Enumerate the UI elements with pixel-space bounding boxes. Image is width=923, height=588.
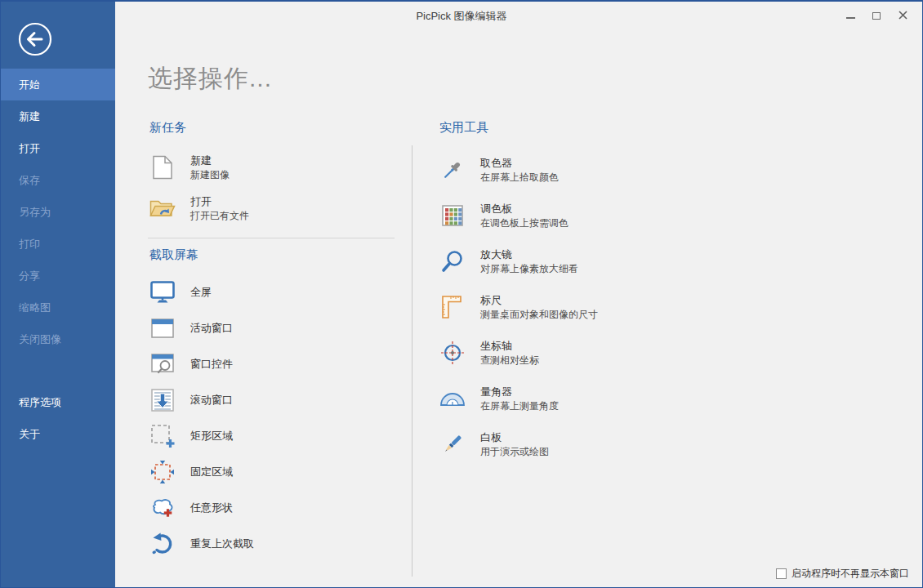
tool-title: 坐标轴 (480, 340, 539, 353)
capture-item-repeat-last[interactable]: 重复上次截取 (148, 526, 397, 562)
titlebar (115, 2, 922, 29)
tool-title: 取色器 (480, 157, 559, 170)
whiteboard-icon (438, 432, 467, 457)
tool-title: 标尺 (480, 294, 598, 307)
capture-item-fullscreen[interactable]: 全屏 (148, 274, 397, 310)
sidebar: 开始 新建 打开 保存 另存为 打印 分享 缩略图 关闭图像 程序选项 关于 (1, 2, 115, 587)
page-title: 选择操作... (148, 62, 272, 96)
column-divider (412, 145, 412, 577)
capture-item-label: 矩形区域 (190, 429, 233, 443)
back-arrow-icon (17, 46, 53, 60)
capture-item-label: 重复上次截取 (190, 537, 254, 551)
new-task-item-new[interactable]: 新建 新建图像 (148, 147, 397, 188)
sidebar-item-open[interactable]: 打开 (1, 132, 115, 164)
ruler-icon (438, 295, 467, 319)
repeat-capture-icon (148, 532, 177, 555)
tool-subtitle: 在屏幕上拾取颜色 (480, 172, 559, 184)
magnifier-icon (438, 250, 467, 273)
capture-item-label: 固定区域 (190, 465, 233, 479)
dont-show-checkbox[interactable] (776, 568, 787, 579)
new-task-item-open[interactable]: 打开 打开已有文件 (148, 188, 397, 229)
tool-subtitle: 用于演示或绘图 (480, 446, 549, 458)
tool-title: 放大镜 (480, 248, 578, 261)
sidebar-item-print: 打印 (1, 228, 115, 260)
section-separator (148, 238, 395, 238)
sidebar-item-share: 分享 (1, 260, 115, 292)
active-window-icon (148, 318, 177, 338)
tool-item-protractor[interactable]: 量角器 在屏幕上测量角度 (438, 376, 748, 421)
sidebar-item-save-as: 另存为 (1, 196, 115, 228)
tool-subtitle: 对屏幕上像素放大细看 (480, 263, 578, 275)
tool-subtitle: 查测相对坐标 (480, 354, 539, 367)
tool-item-crosshair[interactable]: 坐标轴 查测相对坐标 (438, 330, 748, 376)
window-control-icon (148, 354, 177, 375)
minimize-button[interactable] (837, 6, 863, 25)
color-picker-icon (438, 158, 467, 182)
tool-item-color-palette[interactable]: 调色板 在调色板上按需调色 (438, 193, 748, 238)
tool-item-whiteboard[interactable]: 白板 用于演示或绘图 (438, 421, 748, 467)
new-image-icon (148, 155, 177, 180)
capture-item-active-window[interactable]: 活动窗口 (148, 310, 397, 346)
capture-item-label: 窗口控件 (190, 357, 233, 372)
sidebar-item-thumbnail: 缩略图 (1, 292, 115, 323)
sidebar-nav: 开始 新建 打开 保存 另存为 打印 分享 缩略图 关闭图像 (1, 69, 115, 355)
back-button[interactable] (17, 21, 53, 57)
item-title: 新建 (190, 154, 230, 167)
freehand-icon (148, 497, 177, 519)
sidebar-bottom-nav: 程序选项 关于 (1, 386, 115, 450)
sidebar-item-save: 保存 (1, 164, 115, 196)
section-title-capture: 截取屏幕 (149, 247, 397, 263)
sidebar-item-about[interactable]: 关于 (1, 418, 115, 450)
capture-item-label: 全屏 (190, 285, 212, 300)
sidebar-item-options[interactable]: 程序选项 (1, 386, 115, 418)
item-title: 打开 (190, 195, 249, 208)
maximize-button[interactable] (863, 6, 890, 25)
capture-item-fixed-region[interactable]: 固定区域 (148, 454, 397, 490)
close-button[interactable] (890, 6, 916, 25)
tool-title: 量角器 (480, 385, 559, 399)
minimize-icon (846, 17, 855, 19)
color-palette-icon (438, 205, 467, 226)
capture-item-scrolling-window[interactable]: 滚动窗口 (148, 382, 397, 418)
capture-item-label: 滚动窗口 (190, 393, 233, 408)
sidebar-item-close-image: 关闭图像 (1, 323, 115, 355)
rectangle-region-icon (148, 424, 177, 448)
startup-option[interactable]: 启动程序时不再显示本窗口 (776, 567, 909, 581)
open-file-icon (148, 198, 177, 219)
left-column: 新任务 新建 新建图像 (148, 119, 397, 562)
section-title-new-task: 新任务 (149, 119, 397, 136)
section-title-tools: 实用工具 (439, 119, 748, 136)
tool-item-color-picker[interactable]: 取色器 在屏幕上拾取颜色 (438, 147, 748, 193)
tool-item-magnifier[interactable]: 放大镜 对屏幕上像素放大细看 (438, 238, 748, 284)
dont-show-label[interactable]: 启动程序时不再显示本窗口 (791, 567, 909, 581)
right-column: 实用工具 取色器 在屏幕上拾取颜色 (438, 119, 748, 467)
tool-title: 白板 (480, 431, 549, 444)
picpick-window: 开始 新建 打开 保存 另存为 打印 分享 缩略图 关闭图像 程序选项 关于 P… (0, 0, 923, 588)
protractor-icon (438, 391, 467, 407)
tool-item-ruler[interactable]: 标尺 测量桌面对象和图像的尺寸 (438, 284, 748, 330)
capture-item-rectangle-region[interactable]: 矩形区域 (148, 418, 397, 454)
capture-item-label: 任意形状 (190, 501, 233, 515)
scrolling-window-icon (148, 389, 177, 412)
capture-item-freehand[interactable]: 任意形状 (148, 490, 397, 526)
crosshair-icon (438, 341, 467, 365)
item-subtitle: 打开已有文件 (190, 210, 249, 222)
item-subtitle: 新建图像 (190, 169, 230, 181)
close-icon (898, 8, 907, 23)
tool-title: 调色板 (480, 203, 569, 216)
sidebar-item-start[interactable]: 开始 (1, 69, 115, 100)
capture-item-label: 活动窗口 (190, 321, 233, 336)
tool-subtitle: 测量桌面对象和图像的尺寸 (480, 309, 598, 321)
fixed-region-icon (148, 460, 177, 484)
maximize-icon (872, 12, 881, 20)
tool-subtitle: 在屏幕上测量角度 (480, 400, 559, 412)
sidebar-item-new[interactable]: 新建 (1, 100, 115, 132)
capture-item-window-control[interactable]: 窗口控件 (148, 346, 397, 382)
fullscreen-icon (148, 281, 177, 304)
window-controls (837, 6, 916, 25)
tool-subtitle: 在调色板上按需调色 (480, 217, 569, 229)
